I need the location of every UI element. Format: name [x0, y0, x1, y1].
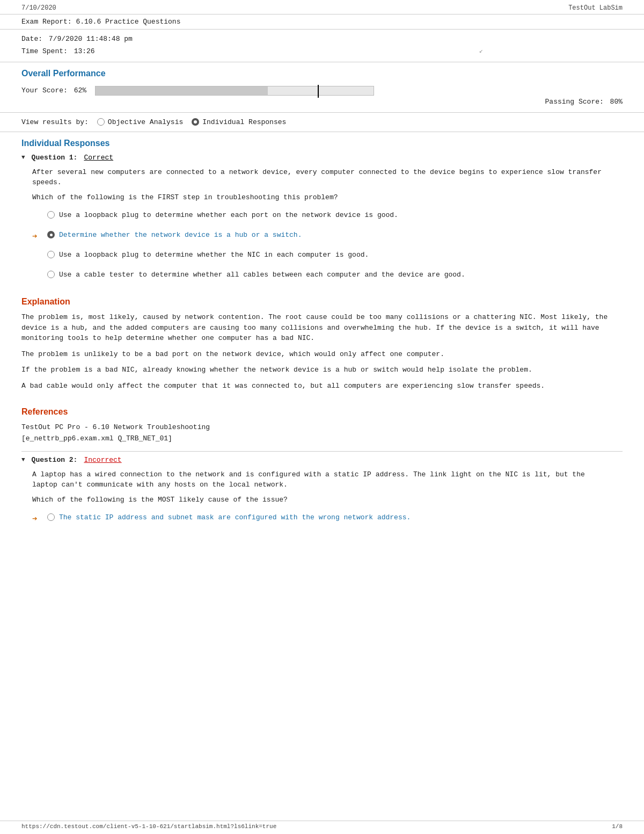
divider-q2 — [21, 451, 623, 452]
reference-line-1: TestOut PC Pro - 6.10 Network Troublesho… — [21, 422, 623, 433]
arrow-q1-3: ➔ — [32, 250, 43, 263]
explanation-para-1: The problem is, most likely, caused by n… — [21, 312, 623, 344]
answer-q1-1: ➔ Use a loopback plug to determine wheth… — [32, 207, 612, 227]
references-body: TestOut PC Pro - 6.10 Network Troublesho… — [0, 420, 644, 449]
view-results-row: View results by: Objective Analysis Indi… — [0, 112, 644, 132]
arrow-q2-1: ➔ — [32, 513, 43, 526]
overall-performance-heading: Overall Performance — [0, 62, 644, 83]
time-spent-label: Time Spent: — [21, 47, 68, 55]
answer-text-q1-3: Use a loopback plug to determine whether… — [59, 250, 369, 260]
explanation-para-2: The problem is unlikely to be a bad port… — [21, 349, 623, 360]
references-heading: References — [0, 401, 644, 420]
question-2-status: Incorrect — [84, 456, 121, 464]
footer-url: https://cdn.testout.com/client-v5-1-10-6… — [21, 823, 276, 830]
header-app-name: TestOut LabSim — [568, 4, 623, 12]
radio-option-individual[interactable]: Individual Responses — [192, 118, 286, 126]
arrow-q1-4: ➔ — [32, 270, 43, 283]
score-bar — [95, 86, 374, 96]
radio-q1-1 — [47, 211, 55, 219]
explanation-heading: Explanation — [0, 291, 644, 310]
view-results-label: View results by: — [21, 118, 89, 126]
radio-q1-3 — [47, 251, 55, 258]
question-1-prompt: Which of the following is the FIRST step… — [32, 192, 612, 203]
answer-q1-4: ➔ Use a cable tester to determine whethe… — [32, 266, 612, 286]
question-1-header: ▼ Question 1: Correct — [0, 151, 644, 165]
triangle-icon-q2: ▼ — [21, 456, 25, 463]
question-2-prompt: Which of the following is the MOST likel… — [32, 495, 612, 505]
arrow-q1-2: ➔ — [32, 230, 43, 243]
passing-score-label: Passing Score: 80% — [84, 97, 644, 112]
explanation-para-3: If the problem is a bad NIC, already kno… — [21, 365, 623, 375]
question-1-text: After several new computers are connecte… — [32, 167, 612, 188]
explanation-para-4: A bad cable would only affect the comput… — [21, 381, 623, 391]
question-2-number: Question 2: — [32, 456, 78, 464]
radio-individual-label: Individual Responses — [202, 118, 286, 126]
time-spent-value: 13:26 — [74, 47, 95, 55]
radio-q1-4 — [47, 271, 55, 278]
question-1-number: Question 1: — [32, 154, 78, 162]
page-header: 7/10/2020 TestOut LabSim — [0, 0, 644, 14]
meta-section: Date: 7/9/2020 11:48:48 pm Time Spent: 1… — [0, 30, 644, 62]
question-1-body: After several new computers are connecte… — [0, 165, 644, 291]
score-row: Your Score: 62% — [0, 83, 644, 97]
answer-text-q1-2: Determine whether the network device is … — [59, 230, 302, 241]
explanation-body: The problem is, most likely, caused by n… — [0, 310, 644, 401]
answer-q2-1: ➔ The static IP address and subnet mask … — [32, 509, 612, 529]
answer-text-q2-1: The static IP address and subnet mask ar… — [59, 512, 411, 523]
answer-text-q1-4: Use a cable tester to determine whether … — [59, 270, 465, 280]
question-2-text: A laptop has a wired connection to the n… — [32, 469, 612, 490]
radio-q2-1 — [47, 513, 55, 521]
radio-objective-label: Objective Analysis — [108, 118, 183, 126]
score-bar-fill — [96, 86, 268, 95]
score-bar-marker — [318, 85, 319, 98]
radio-individual[interactable] — [192, 118, 199, 126]
date-label: Date: — [21, 35, 42, 43]
score-label: Your Score: 62% — [21, 86, 86, 95]
answer-q1-2: ➔ Determine whether the network device i… — [32, 227, 612, 246]
question-1-status: Correct — [84, 154, 113, 162]
arrow-q1-1: ➔ — [32, 211, 43, 223]
header-date: 7/10/2020 — [21, 4, 56, 12]
question-2-body: A laptop has a wired connection to the n… — [0, 467, 644, 534]
radio-option-objective[interactable]: Objective Analysis — [97, 118, 183, 126]
page-footer: https://cdn.testout.com/client-v5-1-10-6… — [0, 821, 644, 830]
date-value: 7/9/2020 11:48:48 pm — [49, 35, 133, 43]
question-2-header: ▼ Question 2: Incorrect — [0, 454, 644, 467]
radio-q1-2 — [47, 231, 55, 238]
report-title: Exam Report: 6.10.6 Practice Questions — [0, 14, 644, 30]
footer-page: 1/8 — [612, 823, 623, 830]
answer-text-q1-1: Use a loopback plug to determine whether… — [59, 210, 398, 221]
reference-line-2: [e_nettrb_pp6.exam.xml Q_TRB_NET_01] — [21, 433, 623, 445]
answer-q1-3: ➔ Use a loopback plug to determine wheth… — [32, 246, 612, 266]
triangle-icon-q1: ▼ — [21, 154, 25, 161]
individual-responses-heading: Individual Responses — [0, 132, 644, 151]
radio-objective[interactable] — [97, 118, 105, 126]
